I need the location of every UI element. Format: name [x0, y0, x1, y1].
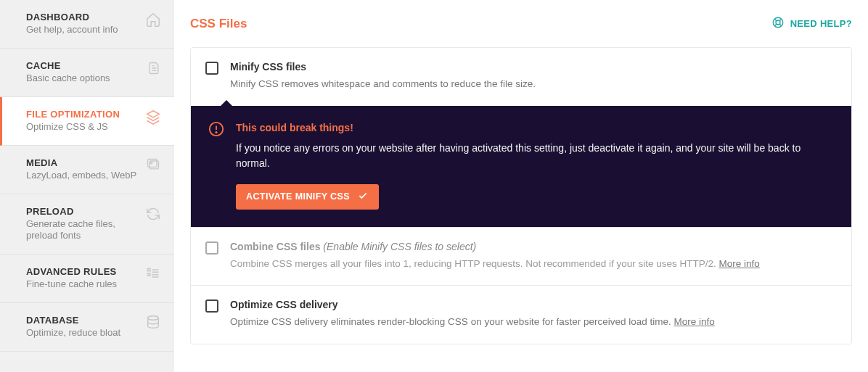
sidebar: DASHBOARD Get help, account info CACHE B…	[0, 0, 174, 372]
setting-title: Minify CSS files	[230, 61, 837, 73]
database-icon	[145, 315, 161, 333]
main-content: CSS Files NEED HELP? Minify CSS files Mi…	[174, 0, 868, 372]
nav-sub: Get help, account info	[26, 24, 141, 36]
nav-sub: Generate cache files, preload fonts	[26, 218, 141, 243]
nav-sub: Fine-tune cache rules	[26, 278, 141, 291]
setting-desc: Combine CSS merges all your files into 1…	[230, 257, 837, 271]
setting-hint: (Enable Minify CSS files to select)	[323, 241, 476, 252]
sidebar-item-media[interactable]: MEDIA LazyLoad, embeds, WebP	[0, 146, 174, 194]
callout-title: This could break things!	[236, 122, 834, 133]
setting-desc-text: Combine CSS merges all your files into 1…	[230, 258, 719, 269]
help-icon	[771, 16, 785, 31]
activate-minify-css-button[interactable]: ACTIVATE MINIFY CSS	[236, 184, 379, 210]
nav-title: CACHE	[26, 60, 142, 71]
setting-title-text: Combine CSS files	[230, 241, 320, 252]
list-icon	[145, 266, 161, 283]
checkbox-combine-css	[205, 241, 218, 255]
nav-sub: Basic cache options	[26, 73, 142, 85]
button-label: ACTIVATE MINIFY CSS	[246, 191, 350, 202]
css-settings-panel: Minify CSS files Minify CSS removes whit…	[190, 47, 852, 344]
nav-sub: Optimize, reduce bloat	[26, 327, 141, 339]
setting-desc: Optimize CSS delivery eliminates render-…	[230, 315, 837, 329]
check-icon	[357, 191, 369, 203]
home-icon	[145, 12, 161, 30]
svg-point-2	[150, 162, 152, 164]
svg-rect-3	[148, 269, 150, 271]
more-info-link[interactable]: More info	[719, 258, 760, 269]
nav-title: DATABASE	[26, 315, 141, 326]
setting-title: Optimize CSS delivery	[230, 299, 837, 310]
nav-title: ADVANCED RULES	[26, 266, 141, 277]
help-label: NEED HELP?	[790, 18, 852, 29]
warning-callout: This could break things! If you notice a…	[191, 106, 851, 227]
images-icon	[145, 157, 161, 174]
warning-icon	[208, 121, 224, 139]
sidebar-item-database[interactable]: DATABASE Optimize, reduce bloat	[0, 303, 174, 352]
svg-rect-4	[148, 273, 150, 276]
callout-text: If you notice any errors on your website…	[236, 141, 834, 171]
setting-optimize-css-delivery: Optimize CSS delivery Optimize CSS deliv…	[191, 285, 851, 344]
sidebar-item-dashboard[interactable]: DASHBOARD Get help, account info	[0, 0, 174, 49]
setting-desc-text: Optimize CSS delivery eliminates render-…	[230, 316, 674, 327]
nav-title: DASHBOARD	[26, 12, 141, 22]
setting-minify-css: Minify CSS files Minify CSS removes whit…	[191, 48, 851, 106]
setting-desc: Minify CSS removes whitespace and commen…	[230, 77, 837, 91]
nav-sub: Optimize CSS & JS	[26, 121, 141, 133]
more-info-link[interactable]: More info	[674, 316, 715, 327]
setting-combine-css: Combine CSS files (Enable Minify CSS fil…	[191, 227, 851, 286]
sidebar-item-preload[interactable]: PRELOAD Generate cache files, preload fo…	[0, 194, 174, 255]
svg-point-9	[216, 131, 216, 132]
document-icon	[147, 60, 161, 78]
svg-point-6	[773, 17, 783, 28]
svg-point-5	[148, 316, 159, 321]
svg-point-7	[776, 20, 780, 25]
sidebar-item-file-optimization[interactable]: FILE OPTIMIZATION Optimize CSS & JS	[0, 97, 174, 146]
nav-sub: LazyLoad, embeds, WebP	[26, 170, 141, 182]
nav-title: FILE OPTIMIZATION	[26, 109, 141, 120]
page-title: CSS Files	[190, 17, 247, 31]
need-help-link[interactable]: NEED HELP?	[771, 16, 852, 31]
layers-icon	[145, 109, 161, 127]
nav-title: PRELOAD	[26, 206, 141, 217]
page-header: CSS Files NEED HELP?	[190, 16, 852, 31]
nav-title: MEDIA	[26, 157, 141, 168]
sidebar-item-cache[interactable]: CACHE Basic cache options	[0, 49, 174, 97]
checkbox-minify-css[interactable]	[205, 62, 218, 75]
setting-title: Combine CSS files (Enable Minify CSS fil…	[230, 241, 837, 252]
refresh-icon	[145, 206, 161, 224]
checkbox-optimize-css[interactable]	[205, 299, 218, 313]
sidebar-item-advanced-rules[interactable]: ADVANCED RULES Fine-tune cache rules	[0, 255, 174, 303]
